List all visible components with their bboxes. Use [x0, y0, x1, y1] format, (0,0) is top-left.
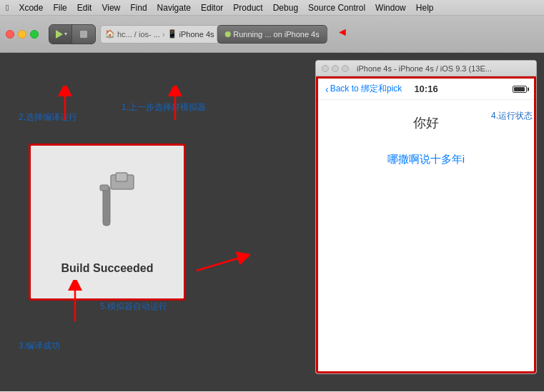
annotation-5: 5.模拟器自动运行 — [100, 301, 167, 313]
iphone-simulator: iPhone 4s - iPhone 4s / iOS 9.3 (13E... … — [315, 60, 537, 374]
breadcrumb-icon: 🏠 — [105, 29, 115, 39]
sim-traffic-lights — [322, 65, 349, 72]
back-chevron-icon: ‹ — [325, 84, 329, 95]
minimize-button[interactable] — [18, 30, 26, 39]
traffic-lights — [6, 30, 39, 39]
menu-debug[interactable]: Debug — [273, 3, 298, 13]
sim-close[interactable] — [322, 65, 329, 72]
hammer-icon — [71, 169, 143, 255]
build-succeeded-box: Build Succeeded — [29, 144, 186, 301]
main-area: Build Succeeded iPhone 4s - iPhone 4s / … — [0, 53, 544, 391]
breadcrumb-device-icon: 📱 — [167, 29, 177, 39]
breadcrumb[interactable]: 🏠 hc... / ios- ... › 📱 iPhone 4s — [100, 25, 219, 44]
menu-xcode[interactable]: Xcode — [19, 3, 43, 13]
running-arrow: ◄ — [337, 26, 348, 39]
run-button[interactable]: ▾ — [49, 24, 72, 44]
svg-rect-2 — [103, 186, 110, 226]
menu-editor[interactable]: Editor — [201, 3, 223, 13]
sim-minimize[interactable] — [332, 65, 339, 72]
simulator-title-text: iPhone 4s - iPhone 4s / iOS 9.3 (13E... — [357, 64, 492, 73]
close-button[interactable] — [6, 30, 14, 39]
red-arrow-3 — [64, 280, 86, 326]
red-arrow-2 — [164, 86, 186, 124]
ios-battery-icon — [513, 86, 527, 93]
svg-rect-3 — [100, 185, 109, 191]
running-indicator — [224, 31, 230, 37]
simulator-title-bar: iPhone 4s - iPhone 4s / iOS 9.3 (13E... — [316, 61, 536, 76]
ios-status-bar: ‹ Back to 绑定和pick 10:16 — [318, 79, 534, 100]
annotation-4: 4.运行状态 — [491, 110, 533, 122]
maximize-button[interactable] — [30, 30, 39, 39]
play-icon — [56, 30, 63, 39]
menu-product[interactable]: Product — [233, 3, 262, 13]
toolbar: ▾ 🏠 hc... / ios- ... › 📱 iPhone 4s Runni… — [0, 16, 544, 53]
running-status: Running ... on iPhone 4s ◄ — [217, 25, 327, 44]
red-arrow-1 — [54, 86, 76, 124]
stop-icon — [80, 31, 87, 38]
iphone-window: iPhone 4s - iPhone 4s / iOS 9.3 (13E... … — [315, 60, 537, 374]
run-stop-group: ▾ — [49, 24, 96, 44]
red-arrow-5 — [193, 249, 250, 288]
breadcrumb-device: iPhone 4s — [179, 30, 214, 39]
svg-rect-1 — [116, 173, 127, 181]
menu-edit[interactable]: Edit — [77, 3, 92, 13]
apple-menu[interactable]:  — [6, 3, 9, 13]
subtitle-text: 哪撒啊说十多年i — [332, 153, 520, 166]
chevron-down-icon: ▾ — [64, 31, 67, 37]
build-status-text: Build Succeeded — [61, 262, 154, 275]
annotation-3: 3.编译成功 — [19, 340, 60, 352]
menu-find[interactable]: Find — [130, 3, 147, 13]
stop-button[interactable] — [72, 24, 95, 44]
menu-bar:  Xcode File Edit View Find Navigate Edi… — [0, 0, 544, 16]
menu-help[interactable]: Help — [416, 3, 434, 13]
sim-maximize[interactable] — [342, 65, 349, 72]
breadcrumb-text: hc... / ios- ... — [117, 30, 160, 39]
ios-time: 10:16 — [414, 84, 437, 94]
menu-navigate[interactable]: Navigate — [157, 3, 191, 13]
menu-window[interactable]: Window — [375, 3, 406, 13]
ios-back-button[interactable]: ‹ Back to 绑定和pick — [325, 83, 402, 95]
ios-app-content: 你好 哪撒啊说十多年i — [318, 100, 534, 371]
menu-view[interactable]: View — [102, 3, 120, 13]
back-text: Back to 绑定和pick — [330, 83, 402, 95]
annotation-1: 1.上一步选择好模拟器 — [122, 101, 206, 114]
running-text: Running ... on iPhone 4s — [233, 30, 319, 39]
menu-file[interactable]: File — [53, 3, 66, 13]
svg-line-11 — [197, 256, 244, 271]
breadcrumb-separator: › — [162, 30, 165, 39]
menu-source-control[interactable]: Source Control — [308, 3, 365, 13]
battery-fill — [514, 87, 525, 91]
